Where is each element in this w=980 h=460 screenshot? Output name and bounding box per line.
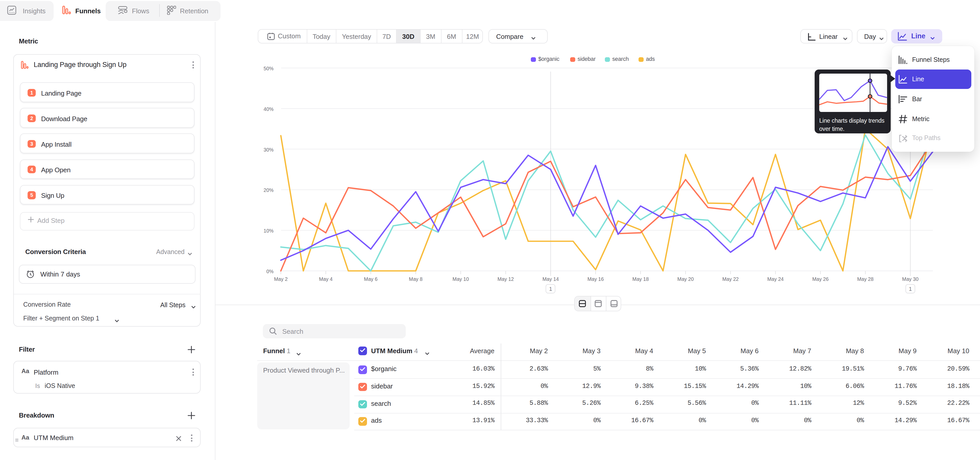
svg-text:May 6: May 6 bbox=[364, 276, 377, 282]
svg-text:May 10: May 10 bbox=[452, 276, 469, 282]
svg-text:May 20: May 20 bbox=[677, 276, 694, 282]
svg-text:May 8: May 8 bbox=[409, 276, 422, 282]
svg-text:0%: 0% bbox=[266, 268, 274, 274]
svg-text:May 22: May 22 bbox=[722, 276, 738, 282]
svg-text:May 4: May 4 bbox=[319, 276, 332, 282]
svg-text:30%: 30% bbox=[264, 147, 274, 153]
svg-text:May 16: May 16 bbox=[587, 276, 604, 282]
svg-text:May 14: May 14 bbox=[542, 276, 558, 282]
svg-text:May 18: May 18 bbox=[632, 276, 649, 282]
svg-text:10%: 10% bbox=[264, 228, 274, 233]
svg-text:May 24: May 24 bbox=[767, 276, 783, 282]
svg-text:20%: 20% bbox=[264, 187, 274, 193]
svg-text:40%: 40% bbox=[264, 106, 274, 112]
svg-text:May 12: May 12 bbox=[497, 276, 514, 282]
svg-text:May 28: May 28 bbox=[857, 276, 873, 282]
svg-text:May 2: May 2 bbox=[274, 276, 288, 282]
svg-text:May 30: May 30 bbox=[902, 276, 918, 282]
svg-text:May 26: May 26 bbox=[812, 276, 829, 282]
svg-text:50%: 50% bbox=[264, 65, 274, 71]
